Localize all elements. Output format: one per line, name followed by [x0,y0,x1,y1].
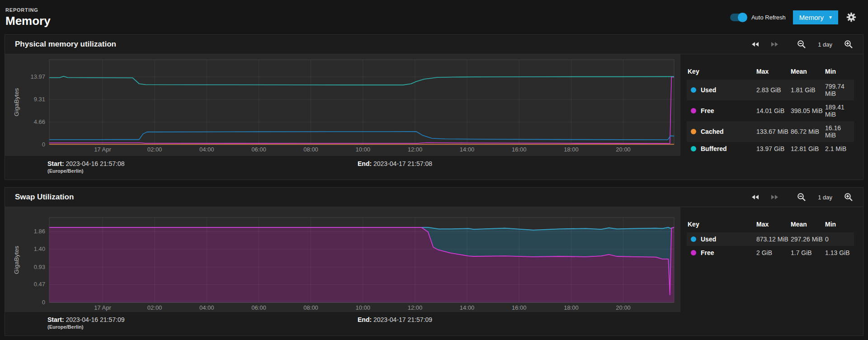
svg-text:10:00: 10:00 [355,146,370,153]
series-label: Used [701,86,716,94]
legend-value: 2 GiB [755,246,790,260]
chart-end-time: End: 2023-04-17 21:57:09 [358,316,432,323]
legend-header: Mean [790,221,824,232]
series-label: Used [701,236,716,243]
legend-value: 873.12 MiB [755,232,790,246]
svg-text:16:00: 16:00 [512,304,527,311]
swap-chart[interactable]: 17 Apr02:0004:0006:0008:0010:0012:0014:0… [5,207,680,312]
time-range-label: 1 day [818,41,832,48]
svg-text:20:00: 20:00 [616,146,631,153]
legend-header: Key [687,221,755,232]
svg-text:0: 0 [42,299,45,306]
legend-header: Min [824,221,854,232]
svg-text:14:00: 14:00 [460,304,475,311]
chart-legend: KeyMaxMeanMinUsed2.83 GiB1.81 GiB799.74 … [680,54,863,179]
legend-value: 2.1 MiB [824,142,854,156]
zoom-in-button[interactable] [844,40,853,49]
physical-memory-chart[interactable]: 17 Apr02:0004:0006:0008:0010:0012:0014:0… [5,54,680,156]
buffered-series-dot [691,146,696,151]
legend-value: 86.72 MiB [790,121,824,142]
breadcrumb: REPORTING [5,7,51,13]
svg-text:17 Apr: 17 Apr [94,146,111,153]
legend-value: 0 [824,232,854,246]
start-value: 2023-04-16 21:57:09 [66,316,124,323]
page-title: Memory [5,14,51,28]
svg-text:0: 0 [42,141,45,148]
legend-value: 297.26 MiB [790,232,824,246]
panel-body: 17 Apr02:0004:0006:0008:0010:0012:0014:0… [5,54,863,179]
panel-title: Physical memory utilization [15,40,116,49]
auto-refresh-toggle[interactable] [730,14,746,21]
rewind-button[interactable] [751,42,759,47]
legend-value: 12.81 GiB [790,142,824,156]
legend-value: 133.67 MiB [755,121,790,142]
svg-text:18:00: 18:00 [564,304,579,311]
chart-start-time: Start: 2023-04-16 21:57:09 (Europe/Berli… [47,316,124,330]
chart-start-time: Start: 2023-04-16 21:57:08 (Europe/Berli… [47,160,124,174]
end-label: End: [358,316,372,323]
fast-forward-button[interactable] [771,194,779,200]
legend-value: 398.05 MiB [790,100,824,121]
svg-text:08:00: 08:00 [303,146,318,153]
view-selector-label: Memory [799,14,824,21]
series-label: Buffered [701,145,727,152]
view-selector-button[interactable]: Memory ▾ [793,10,838,24]
title-block: REPORTING Memory [5,7,51,28]
zoom-out-button[interactable] [797,40,806,49]
legend-value: 13.97 GiB [755,142,790,156]
physical-memory-panel: Physical memory utilization 1 day 17 Apr… [5,34,863,180]
legend-row: Used2.83 GiB1.81 GiB799.74 MiB [687,80,854,100]
rewind-button[interactable] [751,194,759,200]
zoom-in-button[interactable] [844,193,853,202]
svg-text:0.47: 0.47 [34,281,45,288]
legend-header: Min [824,68,854,80]
end-value: 2023-04-17 21:57:08 [373,160,432,167]
legend-value: 14.01 GiB [755,100,790,121]
chart-area: 17 Apr02:0004:0006:0008:0010:0012:0014:0… [5,54,680,179]
end-label: End: [358,160,372,167]
svg-text:12:00: 12:00 [408,304,423,311]
start-label: Start: [47,160,64,167]
chevron-down-icon: ▾ [829,14,832,20]
auto-refresh-label: Auto Refresh [751,14,786,21]
legend-value: 1.81 GiB [790,80,824,100]
free-series-dot [691,108,696,113]
used-series-dot [691,87,696,93]
svg-text:16:00: 16:00 [512,146,527,153]
chart-footer: Start: 2023-04-16 21:57:09 (Europe/Berli… [5,312,680,335]
panel-title: Swap Utilization [15,193,74,202]
svg-text:GigaBytes: GigaBytes [13,88,20,117]
timezone-label: (Europe/Berlin) [47,324,124,330]
legend-value: 1.13 GiB [824,246,854,260]
free-series-dot [691,250,696,255]
chart-end-time: End: 2023-04-17 21:57:08 [358,160,432,167]
svg-text:0.93: 0.93 [34,264,45,270]
zoom-out-button[interactable] [797,193,806,202]
panel-body: 17 Apr02:0004:0006:0008:0010:0012:0014:0… [5,207,863,335]
legend-header: Max [755,68,790,80]
legend-value: 189.41 MiB [824,100,854,121]
used-series-dot [691,236,696,242]
svg-text:9.31: 9.31 [34,96,45,103]
time-range-label: 1 day [818,194,832,201]
timezone-label: (Europe/Berlin) [47,168,124,174]
start-label: Start: [47,316,64,323]
series-label: Cached [701,128,724,135]
toggle-knob [738,13,747,22]
svg-text:13.97: 13.97 [30,73,45,80]
page-header: REPORTING Memory Auto Refresh Memory ▾ [0,0,868,33]
header-controls: Auto Refresh Memory ▾ [730,10,857,24]
start-value: 2023-04-16 21:57:08 [66,160,124,167]
legend-row: Cached133.67 MiB86.72 MiB16.16 MiB [687,121,854,142]
chart-area: 17 Apr02:0004:0006:0008:0010:0012:0014:0… [5,207,680,335]
end-value: 2023-04-17 21:57:09 [373,316,432,323]
fast-forward-button[interactable] [771,42,779,47]
gear-icon[interactable] [845,11,857,23]
legend-row: Free14.01 GiB398.05 MiB189.41 MiB [687,100,854,121]
svg-text:10:00: 10:00 [355,304,370,311]
svg-text:14:00: 14:00 [460,146,475,153]
swap-panel: Swap Utilization 1 day 17 Apr02:0004:000… [5,187,863,336]
chart-legend: KeyMaxMeanMinUsed873.12 MiB297.26 MiB0Fr… [680,207,863,335]
legend-value: 799.74 MiB [824,80,854,100]
chart-toolbar: 1 day [751,40,853,49]
